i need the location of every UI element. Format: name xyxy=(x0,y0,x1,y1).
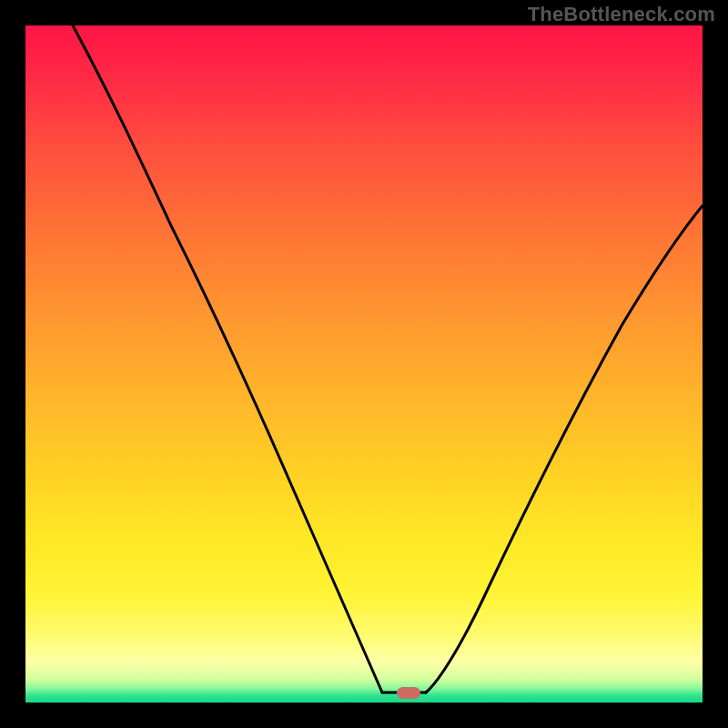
chart-frame: TheBottleneck.com xyxy=(0,0,728,728)
watermark-text: TheBottleneck.com xyxy=(528,3,715,26)
curve-right xyxy=(426,206,703,693)
curve-svg xyxy=(25,25,703,703)
minimum-marker xyxy=(397,687,420,699)
curve-left xyxy=(73,25,382,693)
plot-area xyxy=(25,25,703,703)
